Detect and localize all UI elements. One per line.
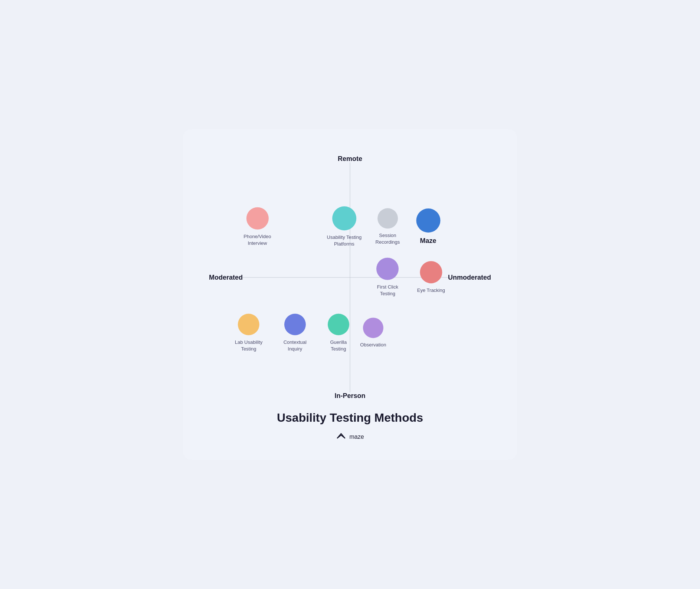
point-maze: Maze <box>416 208 440 246</box>
inperson-label: In-Person <box>334 392 365 400</box>
circle-observation <box>363 317 383 338</box>
footer: Usability Testing Methods maze <box>205 411 495 441</box>
circle-eye-tracking <box>420 261 442 283</box>
point-eye-tracking: Eye Tracking <box>417 261 445 294</box>
unmoderated-label: Unmoderated <box>448 274 491 282</box>
label-first-click: First ClickTesting <box>377 284 398 297</box>
point-session-recordings: SessionRecordings <box>376 208 400 246</box>
moderated-label: Moderated <box>209 274 243 282</box>
point-contextual-inquiry: ContextualInquiry <box>284 313 307 352</box>
circle-phone-video <box>246 207 268 230</box>
label-phone-video: Phone/VideoInterview <box>243 233 271 247</box>
label-guerilla-testing: GuerillaTesting <box>330 339 347 352</box>
label-session-recordings: SessionRecordings <box>376 232 400 246</box>
circle-maze <box>416 208 440 233</box>
circle-guerilla-testing <box>328 313 349 335</box>
label-observation: Observation <box>360 342 386 348</box>
point-first-click: First ClickTesting <box>376 258 399 297</box>
main-card: Remote In-Person Moderated Unmoderated P… <box>183 129 517 460</box>
label-maze: Maze <box>420 236 436 246</box>
label-eye-tracking: Eye Tracking <box>417 287 445 294</box>
maze-icon <box>336 432 346 441</box>
remote-label: Remote <box>338 155 362 163</box>
label-usability-platforms: Usability TestingPlatforms <box>327 234 362 247</box>
point-usability-platforms: Usability TestingPlatforms <box>327 206 362 247</box>
point-observation: Observation <box>360 317 386 348</box>
circle-usability-platforms <box>332 206 356 230</box>
circle-lab-usability <box>238 313 259 335</box>
chart-title: Usability Testing Methods <box>205 411 495 425</box>
circle-contextual-inquiry <box>284 313 306 335</box>
chart-area: Remote In-Person Moderated Unmoderated P… <box>205 151 495 404</box>
circle-session-recordings <box>377 208 398 228</box>
point-lab-usability: Lab UsabilityTesting <box>235 313 262 352</box>
label-contextual-inquiry: ContextualInquiry <box>284 339 307 352</box>
circle-first-click <box>376 258 399 280</box>
brand-name: maze <box>349 434 364 440</box>
point-phone-video: Phone/VideoInterview <box>243 207 271 247</box>
label-lab-usability: Lab UsabilityTesting <box>235 339 262 352</box>
maze-logo: maze <box>205 432 495 441</box>
point-guerilla-testing: GuerillaTesting <box>328 313 349 352</box>
